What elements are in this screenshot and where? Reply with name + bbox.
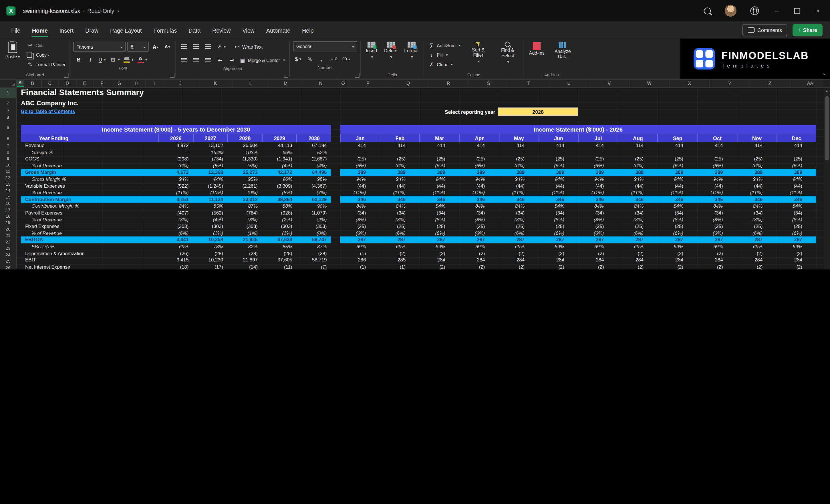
cell[interactable]: (44) [420,183,459,190]
cell[interactable]: 284 [697,257,737,264]
cell[interactable]: (25) [420,223,459,230]
cell[interactable]: 90% [296,203,331,210]
cell[interactable]: (11%) [618,189,658,196]
cell[interactable]: 10,258 [193,237,227,244]
row-label-cell[interactable]: Gross Margin [21,169,158,176]
cell[interactable]: (303) [262,223,296,230]
cell[interactable]: 164% [193,149,227,156]
cell[interactable]: (1,245) [193,183,227,190]
cell[interactable]: 82% [227,244,262,250]
cell[interactable]: 84% [658,203,697,210]
column-letter[interactable]: N [304,80,339,87]
cell[interactable]: (17) [193,263,227,270]
cell[interactable]: 64,496 [296,169,331,176]
table-header-cell[interactable]: 2027 [193,134,227,142]
cell[interactable]: (6%) [578,162,618,169]
row-number[interactable]: 15 [0,194,16,200]
cell[interactable]: (2) [539,263,578,270]
cell[interactable]: (1,079) [296,210,331,217]
cell[interactable]: 4,151 [158,196,193,203]
cell[interactable]: 346 [776,196,816,203]
cell[interactable]: (11%) [539,189,578,196]
cell[interactable]: 286 [340,257,380,264]
table-header-cell[interactable]: Jul [578,134,618,142]
cell[interactable]: 414 [578,142,618,149]
cell[interactable]: 94% [658,176,697,183]
cell[interactable]: 69% [499,244,539,250]
row-number[interactable]: 14 [0,188,16,194]
cell[interactable]: (2) [499,263,539,270]
cell[interactable]: (2) [420,250,459,257]
menu-tab-formulas[interactable]: Formulas [148,23,183,37]
row-number[interactable]: 19 [0,220,16,226]
font-size-select[interactable]: 8 [128,42,149,52]
cell[interactable]: (34) [499,210,539,217]
cell[interactable]: (8%) [158,216,193,223]
cell[interactable]: 287 [380,237,420,244]
row-number[interactable]: 13 [0,181,16,188]
cell[interactable]: 69% [420,244,459,250]
cell[interactable]: 287 [420,237,459,244]
cell[interactable]: 414 [737,142,776,149]
cell[interactable]: 284 [420,257,459,264]
cell[interactable]: (8%) [420,216,459,223]
cell[interactable]: 67,184 [296,142,331,149]
cell[interactable]: 87% [296,244,331,250]
column-letter[interactable]: V [589,80,630,87]
column-letter[interactable]: P [348,80,388,87]
cell[interactable]: (44) [499,183,539,190]
cell[interactable]: (44) [459,183,499,190]
cell[interactable]: (784) [227,210,262,217]
cell[interactable]: (8%) [262,189,296,196]
align-bottom-button[interactable] [203,43,213,51]
cell[interactable]: (1,941) [262,156,296,162]
cell[interactable]: 69% [776,244,816,250]
row-label-cell[interactable]: Variable Expenses [21,183,158,190]
cell[interactable]: (44) [380,183,420,190]
column-letter[interactable]: O [339,80,348,87]
dialog-launcher-icon[interactable] [170,73,175,77]
cell[interactable]: (6%) [499,230,539,237]
cell[interactable]: (2) [737,263,776,270]
cell[interactable]: (2) [776,263,816,270]
increase-indent-button[interactable]: ⇥ [226,56,237,64]
decrease-decimal-button[interactable]: .00→ [340,55,352,63]
cell[interactable]: (6%) [539,230,578,237]
cell[interactable]: (562) [193,210,227,217]
table-header-cell[interactable]: Jun [539,134,578,142]
cell[interactable]: (25) [459,156,499,162]
cell[interactable]: 94% [499,176,539,183]
cell[interactable]: (2,687) [296,156,331,162]
cell[interactable]: (8%) [697,216,737,223]
column-letter[interactable]: Q [388,80,429,87]
cell[interactable]: (9%) [227,189,262,196]
cell[interactable]: 94% [340,176,380,183]
cell[interactable]: 94% [737,176,776,183]
window-title[interactable]: swimming-lessons.xlsx - Read-Only ∨ [23,7,120,14]
cell[interactable]: (34) [459,210,499,217]
cell[interactable]: 69% [539,244,578,250]
cell[interactable]: 52% [296,149,331,156]
cell[interactable]: - [618,149,658,156]
cell[interactable]: 69% [340,244,380,250]
cell[interactable]: 58,747 [296,237,331,244]
cell[interactable]: (25) [737,156,776,162]
table-header-cell[interactable]: Jan [340,134,380,142]
autosum-button[interactable]: ∑AutoSum [427,41,462,49]
column-letter[interactable]: X [670,80,710,87]
cell[interactable]: - [420,149,459,156]
column-letter[interactable]: B [24,80,41,87]
row-number[interactable]: 8 [0,149,16,156]
row-number[interactable]: 6 [0,135,16,143]
cell[interactable]: 88% [262,203,296,210]
cell[interactable]: 78% [193,244,227,250]
cell[interactable]: 389 [737,169,776,176]
cell[interactable]: (2) [658,263,697,270]
table-header-cell[interactable]: 2029 [262,134,296,142]
row-number[interactable]: 18 [0,213,16,220]
cell[interactable]: 69% [459,244,499,250]
row-number[interactable]: 22 [0,239,16,245]
row-number[interactable]: 16 [0,200,16,207]
cell[interactable]: (44) [697,183,737,190]
cell[interactable]: (6%) [158,230,193,237]
